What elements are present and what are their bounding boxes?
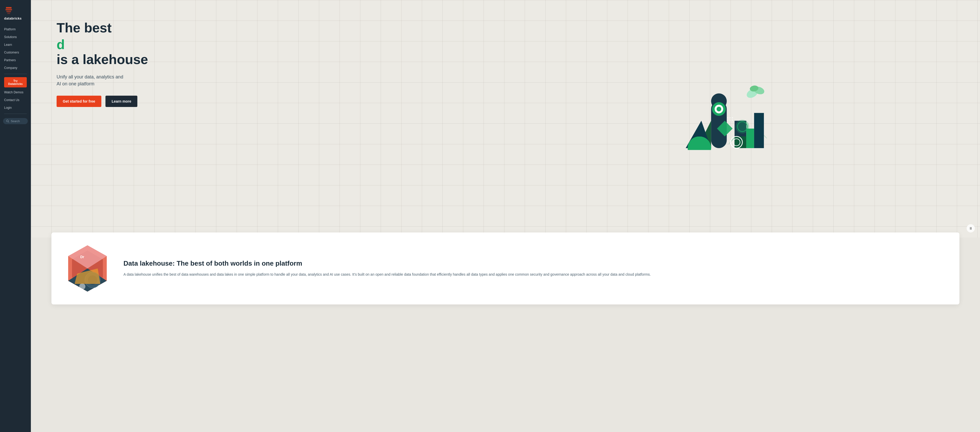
svg-text:Dr: Dr xyxy=(80,255,84,259)
svg-rect-0 xyxy=(6,7,11,8)
svg-line-5 xyxy=(8,122,9,122)
search-bar[interactable]: Search xyxy=(3,118,28,124)
sidebar-item-contact-us[interactable]: Contact Us xyxy=(0,96,31,104)
hex-illustration-svg: Dr xyxy=(62,243,113,294)
nav-divider-2 xyxy=(4,114,27,114)
try-databricks-button[interactable]: Try Databricks xyxy=(4,77,27,87)
svg-point-23 xyxy=(729,119,731,121)
svg-point-19 xyxy=(727,117,729,119)
sidebar-item-learn[interactable]: Learn xyxy=(0,41,31,49)
hero-title-line3: is a lakehouse xyxy=(57,52,148,67)
sidebar-item-solutions[interactable]: Solutions xyxy=(0,33,31,41)
logo-area: databricks xyxy=(0,4,31,25)
svg-rect-18 xyxy=(754,113,764,148)
svg-rect-3 xyxy=(8,13,10,14)
databricks-logo-icon xyxy=(4,6,13,16)
hero-section: The best d is a lakehouse Unify all your… xyxy=(31,0,980,238)
hero-buttons: Get started for free Learn more xyxy=(57,96,148,107)
sidebar-item-login[interactable]: Login xyxy=(0,104,31,111)
svg-point-21 xyxy=(732,117,733,119)
main-content: The best d is a lakehouse Unify all your… xyxy=(31,0,980,432)
svg-point-20 xyxy=(729,117,731,119)
sidebar-item-partners[interactable]: Partners xyxy=(0,56,31,64)
card-title: Data lakehouse: The best of both worlds … xyxy=(124,259,949,268)
geo-illustration-svg xyxy=(670,80,768,157)
svg-point-39 xyxy=(79,283,85,289)
hero-content: The best d is a lakehouse Unify all your… xyxy=(57,16,148,107)
svg-point-10 xyxy=(717,107,721,111)
svg-rect-1 xyxy=(5,9,12,10)
card-content: Data lakehouse: The best of both worlds … xyxy=(124,259,949,278)
svg-point-24 xyxy=(732,119,733,121)
get-started-button[interactable]: Get started for free xyxy=(57,96,101,107)
card-section: Dr Data lakehouse: The best of both worl… xyxy=(51,232,959,305)
hero-title-line2: d xyxy=(57,37,148,52)
logo-text: databricks xyxy=(4,16,22,20)
svg-rect-17 xyxy=(746,129,754,148)
learn-more-button[interactable]: Learn more xyxy=(105,96,137,107)
sidebar-item-customers[interactable]: Customers xyxy=(0,49,31,56)
search-label: Search xyxy=(11,119,20,123)
sidebar: databricks Platform Solutions Learn Cust… xyxy=(0,0,31,432)
card-text: A data lakehouse unifies the best of dat… xyxy=(124,272,949,278)
card-image: Dr xyxy=(62,243,113,294)
sidebar-item-platform[interactable]: Platform xyxy=(0,25,31,33)
hero-title-line1: The best xyxy=(57,21,148,35)
nav-divider-1 xyxy=(4,74,27,74)
pause-button[interactable]: ⏸ xyxy=(967,224,975,232)
search-icon xyxy=(6,119,9,123)
hero-description: Unify all your data, analytics and AI on… xyxy=(57,73,148,87)
sidebar-item-watch-demos[interactable]: Watch Demos xyxy=(0,89,31,96)
sidebar-item-company[interactable]: Company xyxy=(0,64,31,72)
svg-rect-2 xyxy=(6,11,11,12)
hero-illustration xyxy=(458,0,980,238)
svg-point-22 xyxy=(727,119,729,121)
